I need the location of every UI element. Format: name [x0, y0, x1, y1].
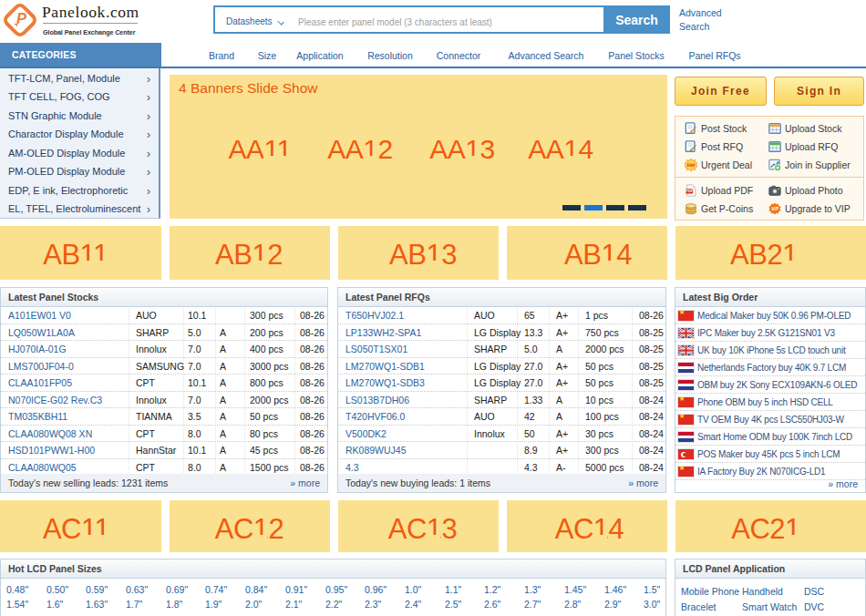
svg-text:VIP: VIP	[771, 207, 778, 211]
svg-text:Hot: Hot	[687, 162, 696, 168]
svg-text:PDF: PDF	[686, 189, 694, 193]
